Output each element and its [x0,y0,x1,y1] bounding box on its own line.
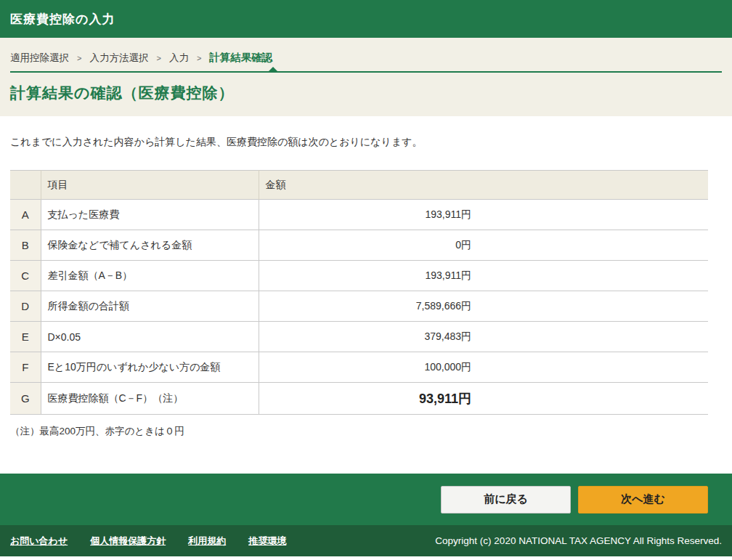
header-key-cell [10,171,41,200]
row-item: Eと10万円のいずれか少ない方の金額 [41,352,259,383]
breadcrumb-step-current: 計算結果確認 [209,51,272,65]
row-amount: 0円 [259,230,708,261]
current-step-pointer-icon [268,67,278,72]
breadcrumb-step-1: 適用控除選択 [10,52,69,65]
page-footer: お問い合わせ 個人情報保護方針 利用規約 推奨環境 Copyright (c) … [0,525,732,556]
row-amount: 100,000円 [259,352,708,383]
row-key: A [10,200,41,230]
row-amount: 193,911円 [259,200,708,230]
breadcrumb-underline [10,71,722,73]
page-title: 計算結果の確認（医療費控除） [10,73,722,103]
row-amount: 379,483円 [259,322,708,352]
app-title: 医療費控除の入力 [10,11,115,28]
row-key: F [10,352,41,383]
footer-link-contact[interactable]: お問い合わせ [10,535,68,548]
bottom-strip [0,556,732,560]
note-text: （注）最高200万円、赤字のときは０円 [10,425,722,438]
row-amount: 7,589,666円 [259,291,708,322]
breadcrumb-step-2: 入力方法選択 [89,52,148,65]
calculation-result-table: 項目 金額 A 支払った医療費 193,911円 B 保険金などで補てんされる金… [10,170,708,415]
footer-link-terms[interactable]: 利用規約 [188,535,226,548]
row-key: B [10,230,41,261]
table-row: F Eと10万円のいずれか少ない方の金額 100,000円 [10,352,708,383]
row-item: D×0.05 [41,322,259,352]
footer-link-recommended-environment[interactable]: 推奨環境 [248,535,286,548]
intro-text: これまでに入力された内容から計算した結果、医療費控除の額は次のとおりになります。 [10,116,722,149]
row-item: 所得金額の合計額 [41,291,259,322]
row-amount: 193,911円 [259,261,708,291]
table-row: B 保険金などで補てんされる金額 0円 [10,230,708,261]
table-row: A 支払った医療費 193,911円 [10,200,708,230]
row-amount-deduction-total: 93,911円 [259,383,708,415]
row-key: D [10,291,41,322]
footer-link-privacy-policy[interactable]: 個人情報保護方針 [90,535,166,548]
breadcrumb-separator-icon: > [156,54,160,62]
breadcrumb: 適用控除選択 > 入力方法選択 > 入力 > 計算結果確認 [10,38,722,65]
row-item: 差引金額（A－B） [41,261,259,291]
breadcrumb-step-3: 入力 [169,52,189,65]
table-row: E D×0.05 379,483円 [10,322,708,352]
row-key: E [10,322,41,352]
header-item-cell: 項目 [41,171,259,200]
breadcrumb-separator-icon: > [197,54,201,62]
table-row-deduction-total: G 医療費控除額（C－F）（注） 93,911円 [10,383,708,415]
table-row: D 所得金額の合計額 7,589,666円 [10,291,708,322]
app-header: 医療費控除の入力 [0,0,732,38]
row-key: G [10,383,41,415]
header-amount-cell: 金額 [259,171,708,200]
footer-links: お問い合わせ 個人情報保護方針 利用規約 推奨環境 [10,535,309,548]
copyright-text: Copyright (c) 2020 NATIONAL TAX AGENCY A… [435,535,722,546]
next-button[interactable]: 次へ進む [578,486,708,514]
main-content: これまでに入力された内容から計算した結果、医療費控除の額は次のとおりになります。… [0,116,732,474]
back-button[interactable]: 前に戻る [441,486,571,514]
row-item: 保険金などで補てんされる金額 [41,230,259,261]
breadcrumb-section: 適用控除選択 > 入力方法選択 > 入力 > 計算結果確認 計算結果の確認（医療… [0,38,732,116]
row-item: 医療費控除額（C－F）（注） [41,383,259,415]
table-header-row: 項目 金額 [10,171,708,200]
table-row: C 差引金額（A－B） 193,911円 [10,261,708,291]
row-key: C [10,261,41,291]
action-bar: 前に戻る 次へ進む [0,474,732,525]
row-item: 支払った医療費 [41,200,259,230]
breadcrumb-separator-icon: > [77,54,81,62]
